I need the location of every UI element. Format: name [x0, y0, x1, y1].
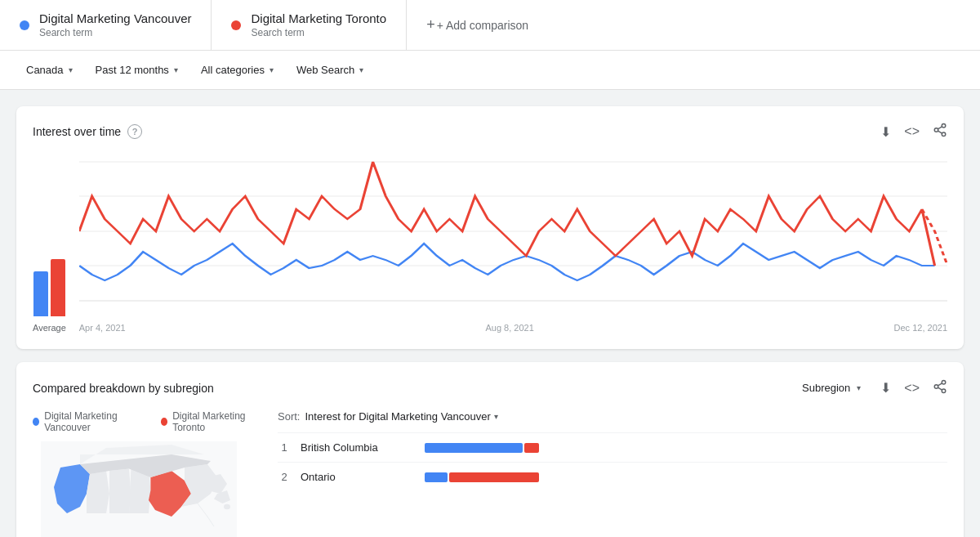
search-type-label: Web Search	[296, 64, 354, 76]
interest-over-time-card: Interest over time ? ⬇ <> Average	[16, 106, 964, 349]
legend-item-1: Digital Marketing Vancouver	[33, 410, 145, 433]
term2-card: Digital Marketing Toronto Search term	[212, 0, 407, 50]
chart-x-labels: Apr 4, 2021 Aug 8, 2021 Dec 12, 2021	[79, 320, 947, 333]
legend-label-1: Digital Marketing Vancouver	[44, 410, 145, 433]
bars-group	[33, 251, 65, 316]
canada-map-svg	[33, 441, 245, 537]
data-bar-blue-1	[425, 443, 523, 453]
search-type-chevron-icon: ▾	[359, 65, 363, 74]
svg-line-3	[938, 131, 942, 133]
categories-filter[interactable]: All categories ▾	[191, 59, 283, 81]
card-header-interest: Interest over time ? ⬇ <>	[33, 123, 947, 141]
plus-icon: +	[426, 16, 435, 34]
card-title-area: Interest over time ?	[33, 124, 142, 139]
data-list: Sort: Interest for Digital Marketing Van…	[278, 410, 947, 537]
term2-info: Digital Marketing Toronto Search term	[251, 11, 386, 38]
svg-point-20	[224, 504, 230, 509]
categories-chevron-icon: ▾	[270, 65, 274, 74]
row-rank-2: 2	[278, 471, 291, 483]
table-row: 2 Ontario	[278, 462, 947, 491]
avg-bar-red	[51, 259, 65, 316]
svg-point-14	[942, 380, 946, 384]
filter-bar: Canada ▾ Past 12 months ▾ All categories…	[0, 51, 980, 90]
card-actions-breakdown: Subregion ▾ ⬇ <>	[795, 378, 947, 397]
breakdown-body: Digital Marketing Vancouver Digital Mark…	[33, 410, 947, 537]
line-chart-wrapper: 100 75 50 25 Apr 4, 2021 Aug 8, 2021 Dec…	[79, 154, 947, 333]
period-label: Past 12 months	[96, 64, 169, 76]
legend-item-2: Digital Marketing Toronto	[161, 410, 261, 433]
country-chevron-icon: ▾	[69, 65, 73, 74]
x-label-2: Aug 8, 2021	[485, 323, 533, 333]
country-label: Canada	[26, 64, 64, 76]
svg-point-0	[942, 124, 946, 128]
sort-value[interactable]: Interest for Digital Marketing Vancouver…	[305, 410, 497, 423]
term1-type: Search term	[39, 27, 191, 38]
categories-label: All categories	[201, 64, 265, 76]
embed-icon[interactable]: <>	[904, 124, 920, 139]
data-bar-blue-2	[425, 472, 448, 482]
row-name-1: British Columbia	[301, 441, 415, 454]
x-label-1: Apr 4, 2021	[79, 323, 126, 333]
period-filter[interactable]: Past 12 months ▾	[86, 59, 188, 81]
bar-container-2	[425, 472, 947, 482]
card-title-interest: Interest over time	[33, 125, 121, 138]
svg-point-2	[942, 132, 946, 136]
sort-chevron-icon: ▾	[494, 412, 498, 421]
top-bar: Digital Marketing Vancouver Search term …	[0, 0, 980, 51]
svg-line-17	[938, 387, 942, 390]
download-icon[interactable]: ⬇	[880, 124, 891, 140]
card-actions-interest: ⬇ <>	[880, 123, 947, 141]
svg-line-4	[938, 127, 942, 129]
legend-label-2: Digital Marketing Toronto	[172, 410, 261, 433]
table-row: 1 British Columbia	[278, 432, 947, 462]
svg-line-18	[938, 383, 942, 385]
subregion-label: Subregion	[802, 382, 850, 394]
sort-value-text: Interest for Digital Marketing Vancouver	[305, 410, 490, 423]
x-label-3: Dec 12, 2021	[894, 323, 947, 333]
legend-dot-red	[161, 418, 167, 426]
term2-type: Search term	[251, 27, 386, 38]
main-content: Interest over time ? ⬇ <> Average	[0, 90, 980, 537]
data-bar-red-1	[524, 443, 539, 453]
legend-dot-blue	[33, 418, 39, 426]
breakdown-share-icon[interactable]	[933, 379, 947, 397]
avg-label: Average	[33, 323, 66, 333]
info-icon[interactable]: ?	[127, 124, 142, 139]
subregion-dropdown[interactable]: Subregion ▾	[795, 378, 867, 397]
svg-point-1	[934, 128, 938, 132]
term2-dot	[231, 20, 241, 30]
breakdown-download-icon[interactable]: ⬇	[880, 380, 891, 396]
chart-container: Average 100 75 50 25	[33, 154, 947, 333]
avg-bar-blue	[33, 271, 48, 316]
svg-point-16	[942, 389, 946, 393]
term1-name: Digital Marketing Vancouver	[39, 11, 191, 25]
card-header-breakdown: Compared breakdown by subregion Subregio…	[33, 378, 947, 397]
row-rank-1: 1	[278, 441, 291, 454]
add-comparison-label: + Add comparison	[437, 19, 528, 32]
map-area: Digital Marketing Vancouver Digital Mark…	[33, 410, 261, 537]
bar-container-1	[425, 443, 947, 453]
svg-point-15	[934, 384, 938, 388]
sort-label: Sort:	[278, 410, 300, 423]
country-filter[interactable]: Canada ▾	[16, 59, 82, 81]
data-bar-red-2	[449, 472, 539, 482]
map-legend: Digital Marketing Vancouver Digital Mark…	[33, 410, 261, 433]
term2-name: Digital Marketing Toronto	[251, 11, 386, 25]
period-chevron-icon: ▾	[174, 65, 178, 74]
row-name-2: Ontario	[301, 471, 415, 483]
share-icon[interactable]	[933, 123, 947, 141]
avg-bars-area: Average	[33, 251, 66, 333]
sort-row: Sort: Interest for Digital Marketing Van…	[278, 410, 947, 423]
add-comparison-button[interactable]: + + Add comparison	[407, 0, 980, 50]
term1-dot	[20, 20, 29, 30]
line-chart-svg: 100 75 50 25	[79, 154, 947, 317]
term1-card: Digital Marketing Vancouver Search term	[0, 0, 212, 50]
card-title-breakdown: Compared breakdown by subregion	[33, 382, 214, 395]
subregion-chevron-icon: ▾	[857, 383, 861, 392]
search-type-filter[interactable]: Web Search ▾	[287, 59, 373, 81]
term1-info: Digital Marketing Vancouver Search term	[39, 11, 191, 38]
breakdown-embed-icon[interactable]: <>	[904, 381, 920, 396]
breakdown-card: Compared breakdown by subregion Subregio…	[16, 362, 964, 537]
